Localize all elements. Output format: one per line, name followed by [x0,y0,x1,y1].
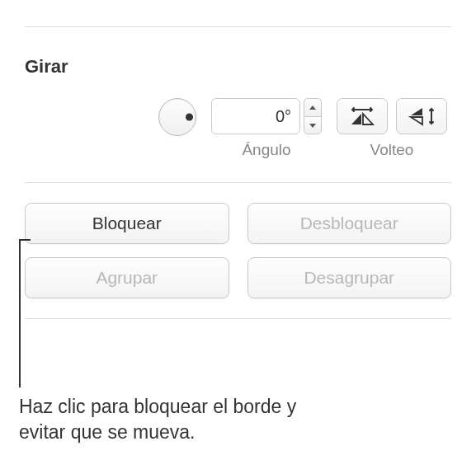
flip-group: Volteo [337,98,447,159]
format-panel: Girar Ángulo [0,0,476,336]
angle-stepper [304,98,322,134]
stepper-up-button[interactable] [304,98,322,116]
divider [25,182,451,183]
rotate-dial-group [158,98,196,136]
section-title-rotate: Girar [25,56,451,77]
angle-group: Ángulo [211,98,322,159]
flip-horizontal-icon [349,106,375,126]
divider [25,26,451,27]
flip-buttons [337,98,447,134]
action-button-grid: Bloquear Desbloquear Agrupar Desagrupar [25,203,451,298]
unlock-button: Desbloquear [247,203,452,244]
flip-horizontal-button[interactable] [337,98,388,134]
lock-button[interactable]: Bloquear [25,203,229,244]
rotate-dial[interactable] [158,98,196,136]
flip-label: Volteo [370,141,414,159]
angle-input[interactable] [211,98,300,134]
flip-vertical-button[interactable] [396,98,447,134]
divider [25,318,451,319]
stepper-down-button[interactable] [304,116,322,134]
group-button: Agrupar [25,257,229,298]
rotate-controls: Ángulo Volt [25,98,451,159]
ungroup-button: Desagrupar [247,257,452,298]
flip-vertical-icon [408,106,435,126]
chevron-up-icon [309,105,317,111]
callout-text: Haz clic para bloquear el borde y evitar… [19,394,299,445]
callout-line [19,239,21,387]
chevron-down-icon [309,122,317,129]
angle-input-wrap [211,98,322,134]
angle-label: Ángulo [242,141,290,159]
